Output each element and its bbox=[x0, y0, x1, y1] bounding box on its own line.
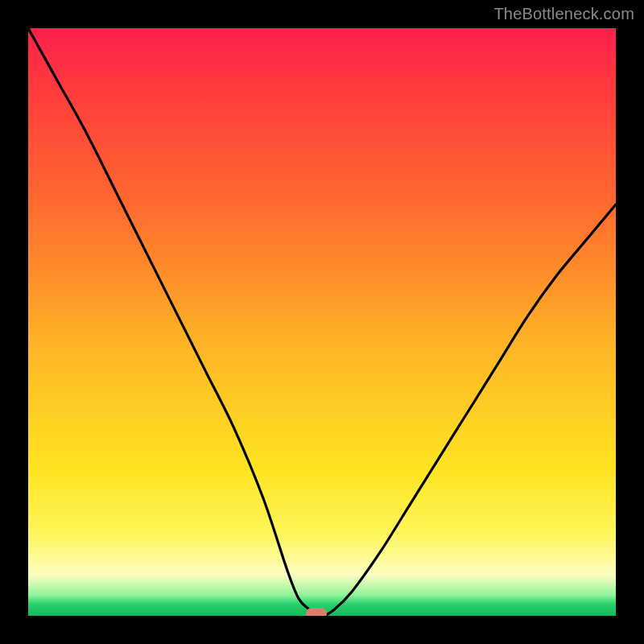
minimum-marker bbox=[306, 608, 327, 616]
plot-area bbox=[28, 28, 616, 616]
attribution-text: TheBottleneck.com bbox=[493, 5, 634, 23]
chart-frame: TheBottleneck.com bbox=[0, 0, 644, 644]
bottleneck-curve bbox=[28, 28, 616, 616]
